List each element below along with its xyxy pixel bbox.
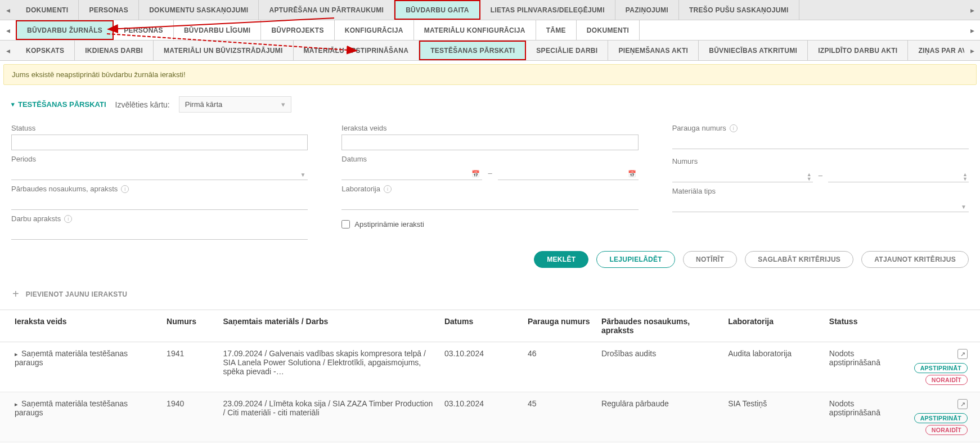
info-icon: i	[64, 215, 72, 223]
col-check[interactable]: Pārbaudes nosaukums, apraksts	[596, 310, 722, 342]
reject-button[interactable]: NORAIDĪT	[925, 425, 968, 435]
tab-būvniecības-atkritumi[interactable]: BŪVNIECĪBAS ATKRITUMI	[699, 41, 808, 60]
work-desc-input[interactable]	[11, 225, 308, 240]
approvable-label: Apstiprināmie ieraksti	[354, 220, 424, 229]
tab-kopskats[interactable]: KOPSKATS	[16, 41, 75, 60]
round-select[interactable]: Pirmā kārta	[179, 96, 291, 113]
add-record-label: PIEVIENOT JAUNU IERAKSTU	[26, 290, 128, 298]
material-type-label: Materiāla tips	[672, 187, 969, 195]
tab-būvdarbu-žurnāls[interactable]: BŪVDARBU ŽURNĀLS	[16, 20, 114, 40]
expand-icon[interactable]: ▸	[15, 351, 18, 357]
col-number[interactable]: Numurs	[161, 310, 217, 342]
status-label: Statuss	[11, 124, 308, 132]
scroll-right-icon[interactable]: ▸	[964, 20, 980, 40]
download-button[interactable]: LEJUPIELĀDĒT	[596, 251, 675, 268]
save-criteria-button[interactable]: SAGLABĀT KRITĒRIJUS	[745, 251, 853, 268]
tab-dokumentu-saskaņojumi[interactable]: DOKUMENTU SASKAŅOJUMI	[139, 0, 259, 20]
approve-button[interactable]: APSTIPRINĀT	[914, 363, 968, 373]
scroll-left-icon[interactable]: ◂	[0, 20, 16, 40]
date-label: Datums	[341, 155, 638, 163]
tab-tāme[interactable]: TĀME	[536, 20, 577, 40]
tab-izpildīto-darbu-akti[interactable]: IZPILDĪTO DARBU AKTI	[808, 41, 908, 60]
tab-materiāli-un-būvizstrādājumi[interactable]: MATERIĀLI UN BŪVIZSTRĀDĀJUMI	[154, 41, 294, 60]
date-to-input[interactable]	[498, 165, 639, 180]
approvable-checkbox[interactable]	[341, 220, 350, 229]
number-from-input[interactable]	[672, 168, 813, 182]
col-sample[interactable]: Parauga numurs	[522, 310, 596, 342]
status-input[interactable]	[11, 135, 308, 150]
tab-testēšanas-pārskati[interactable]: TESTĒŠANAS PĀRSKATI	[419, 41, 526, 60]
tab-trešo-pušu-saskaņojumi[interactable]: TREŠO PUŠU SASKAŅOJUMI	[679, 0, 799, 20]
range-separator: –	[488, 169, 492, 177]
tab-materiālu-apstiprināšana[interactable]: MATERIĀLU APSTIPRINĀŠANA	[294, 41, 420, 60]
number-label: Numurs	[672, 157, 969, 165]
tab-apturēšana-un-pārtraukumi[interactable]: APTURĒŠANA UN PĀRTRAUKUMI	[259, 0, 394, 20]
entry-type-input[interactable]	[341, 135, 638, 150]
calendar-icon[interactable]: 📅	[628, 170, 636, 178]
tab-speciālie-darbi[interactable]: SPECIĀLIE DARBI	[526, 41, 608, 60]
tab-personas[interactable]: PERSONAS	[79, 0, 139, 20]
tab-lietas-pilnvaras-deleģējumi[interactable]: LIETAS PILNVARAS/DELEĢĒJUMI	[480, 0, 615, 20]
section-title[interactable]: TESTĒŠANAS PĀRSKATI	[11, 100, 106, 109]
tab-pieņemšanas-akti[interactable]: PIEŅEMŠANAS AKTI	[608, 41, 699, 60]
period-label: Periods	[11, 155, 308, 163]
results-table: Ieraksta veids Numurs Saņemtais materiāl…	[0, 310, 980, 442]
expand-icon[interactable]: ▸	[15, 401, 18, 407]
table-row[interactable]: ▸Saņemtā materiāla testēšanas paraugs194…	[0, 392, 980, 442]
number-to-input[interactable]	[828, 168, 969, 182]
clear-button[interactable]: NOTĪRĪT	[683, 251, 737, 268]
tab-būvdarbu-līgumi[interactable]: BŪVDARBU LĪGUMI	[174, 20, 262, 40]
scroll-left-icon[interactable]: ◂	[0, 41, 16, 60]
scroll-right-icon[interactable]: ▸	[964, 41, 980, 60]
tab-būvprojekts[interactable]: BŪVPROJEKTS	[261, 20, 334, 40]
info-icon: i	[384, 185, 392, 193]
chevron-down-icon: ▼	[300, 172, 305, 178]
reject-button[interactable]: NORAIDĪT	[925, 375, 968, 385]
search-button[interactable]: MEKLĒT	[534, 251, 588, 268]
check-name-input[interactable]	[11, 195, 308, 210]
material-type-select[interactable]	[672, 198, 969, 212]
plus-icon: +	[12, 288, 19, 301]
tab-bar-level3: ◂ KOPSKATSIKDIENAS DARBIMATERIĀLI UN BŪV…	[0, 41, 980, 61]
col-type[interactable]: Ieraksta veids	[0, 310, 161, 342]
add-record-button[interactable]: + PIEVIENOT JAUNU IERAKSTU	[0, 278, 980, 310]
laboratory-input[interactable]	[341, 195, 638, 210]
tab-bar-level1: ◂ DOKUMENTIPERSONASDOKUMENTU SASKAŅOJUMI…	[0, 0, 980, 20]
tab-personas[interactable]: PERSONAS	[114, 20, 174, 40]
round-label: Izvēlēties kārtu:	[115, 100, 170, 109]
period-select[interactable]	[11, 165, 308, 180]
sample-no-input[interactable]	[672, 135, 969, 149]
stepper-icon[interactable]: ▲▼	[807, 172, 812, 181]
tab-konfigurācija[interactable]: KONFIGURĀCIJA	[335, 20, 414, 40]
tab-ikdienas-darbi[interactable]: IKDIENAS DARBI	[75, 41, 154, 60]
col-lab[interactable]: Laboratorija	[722, 310, 824, 342]
table-row[interactable]: ▸Saņemtā materiāla testēšanas paraugs194…	[0, 342, 980, 392]
scroll-left-icon[interactable]: ◂	[0, 0, 16, 20]
tab-būvdarbu-gaita[interactable]: BŪVDARBU GAITA	[394, 0, 480, 20]
tab-bar-level2: ◂ BŪVDARBU ŽURNĀLSPERSONASBŪVDARBU LĪGUM…	[0, 20, 980, 41]
open-icon[interactable]: ↗	[957, 399, 968, 409]
work-desc-label: Darbu aprakstsi	[11, 214, 308, 223]
col-material[interactable]: Saņemtais materiāls / Darbs	[217, 310, 438, 342]
tab-dokumenti[interactable]: DOKUMENTI	[16, 0, 79, 20]
col-status[interactable]: Statuss	[824, 310, 909, 342]
tab-dokumenti[interactable]: DOKUMENTI	[577, 20, 640, 40]
calendar-icon[interactable]: 📅	[471, 170, 480, 178]
chevron-down-icon: ▼	[961, 204, 966, 210]
tab-materiālu-konfigurācija[interactable]: MATERIĀLU KONFIGURĀCIJA	[414, 20, 536, 40]
col-date[interactable]: Datums	[439, 310, 522, 342]
info-icon: i	[121, 185, 129, 193]
laboratory-label: Laboratorijai	[341, 185, 638, 193]
warning-banner: Jums eksistē neapstiprināti būvdarbu žur…	[3, 64, 977, 85]
range-separator: –	[819, 171, 822, 180]
tab-ziņas-par-avāriju-vai-nelaimi[interactable]: ZIŅAS PAR AVĀRIJU VAI NELAIMI	[908, 41, 964, 60]
tab-paziņojumi[interactable]: PAZIŅOJUMI	[615, 0, 679, 20]
info-icon: i	[730, 124, 738, 132]
open-icon[interactable]: ↗	[957, 349, 968, 359]
scroll-right-icon[interactable]: ▸	[964, 0, 980, 20]
approve-button[interactable]: APSTIPRINĀT	[914, 413, 968, 423]
check-name-label: Pārbaudes nosaukums, aprakstsi	[11, 185, 308, 193]
restore-criteria-button[interactable]: ATJAUNOT KRITĒRIJUS	[861, 251, 969, 268]
date-from-input[interactable]	[341, 165, 482, 180]
stepper-icon[interactable]: ▲▼	[963, 172, 968, 181]
